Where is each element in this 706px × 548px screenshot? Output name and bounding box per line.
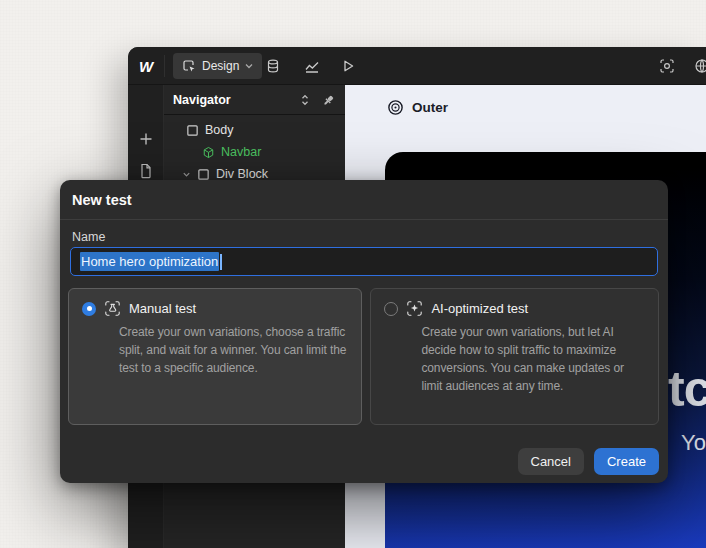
option-ai-optimized-test[interactable]: AI-optimized test Create your own variat…	[370, 288, 659, 425]
navigator-title: Navigator	[173, 93, 288, 107]
new-test-dialog: New test Name Home hero optimization Man…	[60, 180, 668, 483]
play-icon[interactable]	[340, 58, 356, 74]
tree-item-label: Body	[205, 123, 234, 137]
sparkle-brackets-icon	[406, 300, 423, 317]
analytics-icon[interactable]	[304, 58, 320, 74]
tree-item-label: Navbar	[221, 145, 261, 159]
bullseye-icon	[387, 99, 404, 116]
create-button[interactable]: Create	[594, 448, 659, 475]
site-headline-fragment: tc	[668, 360, 706, 418]
square-icon	[186, 124, 199, 137]
design-mode-dropdown[interactable]: Design	[173, 53, 262, 79]
navigator-tree: Body Navbar Div Block	[164, 119, 345, 185]
sort-icon[interactable]	[298, 93, 312, 107]
webflow-logo[interactable]: W	[128, 47, 164, 85]
flask-brackets-icon	[104, 300, 121, 317]
option-header: AI-optimized test	[384, 300, 645, 317]
chevron-down-icon	[182, 170, 191, 179]
dialog-footer: Cancel Create	[518, 448, 660, 475]
option-title: AI-optimized test	[431, 301, 528, 316]
option-title: Manual test	[129, 301, 196, 316]
test-type-options: Manual test Create your own variations, …	[68, 288, 659, 425]
globe-icon[interactable]	[694, 58, 706, 74]
pin-icon[interactable]	[322, 93, 336, 107]
radio-selected[interactable]	[82, 302, 96, 316]
text-caret	[220, 254, 222, 270]
name-field-label: Name	[72, 230, 105, 244]
add-element-icon[interactable]	[138, 131, 154, 147]
navigator-header: Navigator	[164, 85, 345, 115]
tree-item-navbar[interactable]: Navbar	[164, 141, 345, 163]
scan-icon[interactable]	[659, 58, 675, 74]
selected-text: Home hero optimization	[80, 252, 219, 271]
option-description: Create your own variations, choose a tra…	[119, 323, 348, 377]
database-icon[interactable]	[265, 58, 281, 74]
site-subtext-fragment: Yo	[681, 430, 706, 456]
section-label-outer[interactable]: Outer	[387, 99, 448, 116]
pages-icon[interactable]	[138, 163, 154, 179]
dialog-title: New test	[60, 180, 668, 220]
test-name-input[interactable]: Home hero optimization	[70, 247, 658, 276]
option-description: Create your own variations, but let AI d…	[421, 323, 645, 395]
tree-item-label: Div Block	[216, 167, 268, 181]
design-cursor-icon	[182, 59, 196, 73]
tree-item-body[interactable]: Body	[164, 119, 345, 141]
option-manual-test[interactable]: Manual test Create your own variations, …	[68, 288, 362, 425]
component-cube-icon	[202, 146, 215, 159]
top-toolbar: W Design	[128, 47, 706, 85]
section-label-text: Outer	[412, 100, 448, 115]
radio-unselected[interactable]	[384, 302, 398, 316]
design-label: Design	[202, 59, 239, 73]
square-icon	[197, 168, 210, 181]
option-header: Manual test	[82, 300, 348, 317]
cancel-button[interactable]: Cancel	[518, 448, 584, 475]
divider	[164, 55, 165, 77]
chevron-down-icon	[245, 63, 253, 69]
